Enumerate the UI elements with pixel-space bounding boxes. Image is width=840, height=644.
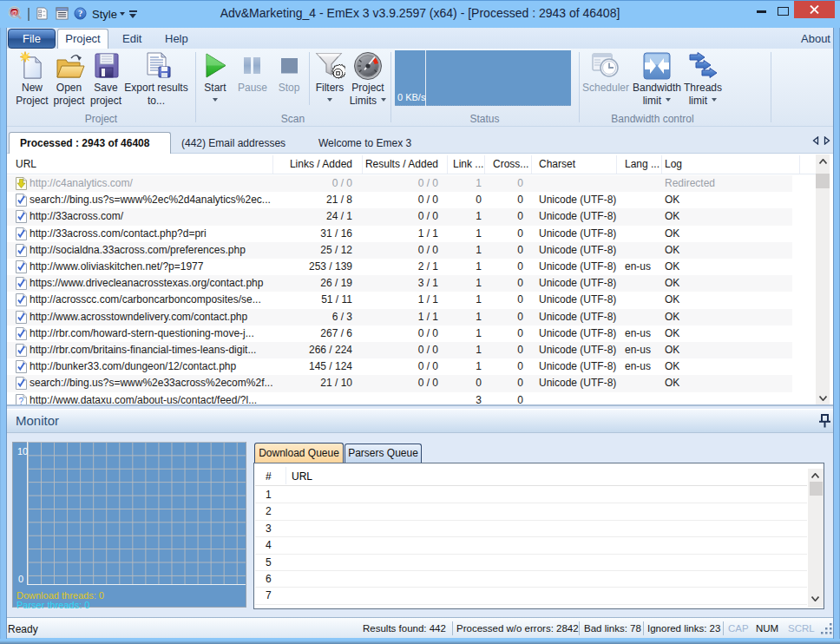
svg-text:?: ? [78,9,82,18]
svg-text:@: @ [11,9,18,16]
